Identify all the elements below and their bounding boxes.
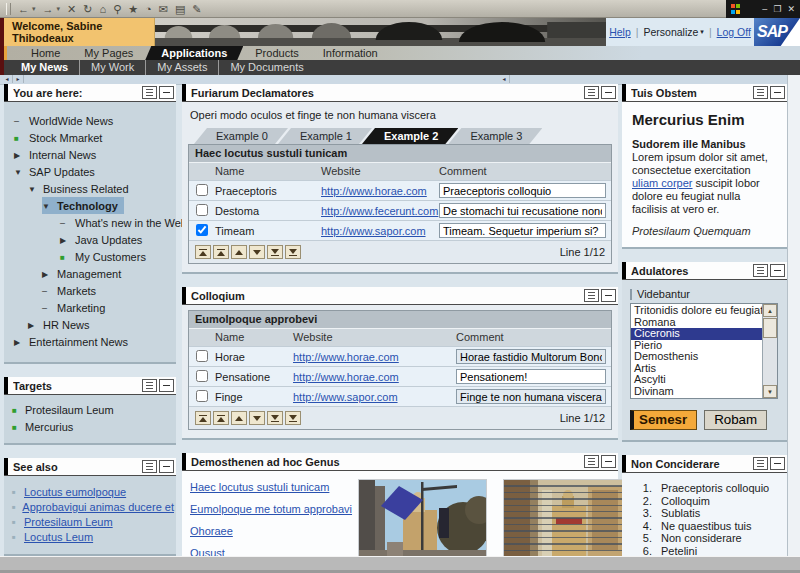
tray-options-icon[interactable]	[753, 457, 768, 470]
go-first-icon[interactable]	[195, 245, 211, 259]
tree-item[interactable]: Entertainment News	[14, 333, 134, 350]
nav-tab[interactable]: Information	[311, 46, 390, 60]
see-also-link[interactable]: Locutus eumolpoque	[24, 486, 126, 498]
tray-options-icon[interactable]	[142, 379, 157, 392]
toolbar-grip[interactable]	[6, 3, 11, 15]
tray-options-icon[interactable]	[753, 264, 768, 277]
tray-minimize-icon[interactable]	[601, 86, 616, 99]
subnav-tab[interactable]: My Assets	[145, 60, 218, 75]
page-up-icon[interactable]	[213, 411, 229, 425]
demosthenen-link[interactable]: Ohoraee	[190, 525, 342, 537]
website-link[interactable]: http://www.sapor.com	[321, 225, 426, 237]
tray-minimize-icon[interactable]	[159, 379, 174, 392]
pane-scroll-left-icon[interactable]: ◂	[2, 75, 13, 83]
tray-minimize-icon[interactable]	[770, 457, 785, 470]
listbox-option[interactable]: Ascylti	[631, 374, 762, 386]
listbox-option[interactable]: Artis	[631, 363, 762, 375]
restore-button[interactable]: ❐	[773, 0, 781, 18]
comment-input[interactable]	[456, 389, 606, 404]
website-link[interactable]: http://www.horae.com	[293, 351, 399, 363]
tree-item[interactable]: SAP Updates	[14, 163, 101, 180]
tree-item[interactable]: Markets	[42, 282, 102, 299]
website-link[interactable]: http://www.sapor.com	[293, 391, 398, 403]
edit-icon[interactable]: ✎	[192, 1, 201, 17]
back-icon[interactable]: ←	[18, 1, 29, 17]
scrollbar-thumb[interactable]	[763, 318, 777, 338]
subnav-tab[interactable]: My News	[10, 60, 79, 75]
tree-item[interactable]: Internal News	[14, 146, 102, 163]
tray-minimize-icon[interactable]	[601, 289, 616, 302]
nav-tab[interactable]: Applications	[145, 46, 243, 60]
example-tab[interactable]: Example 0	[194, 128, 288, 144]
tree-item[interactable]: WorldWide News	[14, 112, 119, 129]
row-checkbox[interactable]	[196, 350, 208, 362]
scroll-up-icon[interactable]: ▲	[763, 304, 777, 317]
listbox-option[interactable]: Demosthenis	[631, 351, 762, 363]
forward-menu-icon[interactable]: ▾	[57, 1, 61, 17]
tray-minimize-icon[interactable]	[159, 86, 174, 99]
demosthenen-link[interactable]: Haec locutus sustuli tunicam	[190, 481, 342, 493]
tray-minimize-icon[interactable]	[770, 264, 785, 277]
example-tab[interactable]: Example 2	[362, 128, 458, 144]
refresh-icon[interactable]: ↻	[83, 1, 92, 17]
comment-input[interactable]	[456, 369, 606, 384]
see-also-link[interactable]: Locutus Leum	[24, 531, 93, 543]
comment-input[interactable]	[456, 349, 606, 364]
demosthenen-link[interactable]: Eumolpoque me totum approbavi	[190, 503, 342, 515]
website-link[interactable]: http://www.horae.com	[293, 371, 399, 383]
print-icon[interactable]: ▤	[175, 1, 185, 17]
history-icon[interactable]: ◔	[145, 1, 152, 17]
favorites-icon[interactable]: ★	[128, 1, 138, 17]
back-menu-icon[interactable]: ▾	[32, 1, 36, 17]
search-icon[interactable]: ⚲	[113, 1, 121, 17]
listbox-option[interactable]: Pierio	[631, 340, 762, 352]
listbox-option[interactable]: Ciceronis	[631, 328, 762, 340]
tree-item[interactable]: HR News	[28, 316, 95, 333]
content-scroll-left-icon[interactable]: ◂	[499, 75, 510, 83]
pane-scroll-right-icon[interactable]: ▸	[13, 75, 24, 83]
tree-item[interactable]: Business Related	[28, 180, 135, 197]
tree-item[interactable]: Marketing	[42, 299, 111, 316]
page-down-icon[interactable]	[267, 245, 283, 259]
row-down-icon[interactable]	[249, 245, 265, 259]
comment-input[interactable]	[439, 223, 606, 238]
go-last-icon[interactable]	[285, 411, 301, 425]
listbox-option[interactable]: Tritonidis dolore eu feugiat	[631, 305, 762, 317]
target-item[interactable]: Protesilaum Leum	[6, 401, 174, 418]
website-link[interactable]: http://www.horae.com	[321, 185, 427, 197]
page-scrollbar[interactable]	[787, 75, 800, 557]
tray-options-icon[interactable]	[584, 289, 599, 302]
minimize-button[interactable]: –	[762, 0, 767, 18]
personalize-link[interactable]: Personalize	[643, 26, 698, 38]
tray-minimize-icon[interactable]	[770, 86, 785, 99]
mail-icon[interactable]: ✉	[159, 1, 168, 17]
nav-tab[interactable]: My Pages	[72, 46, 145, 60]
row-checkbox[interactable]	[196, 184, 208, 196]
tray-options-icon[interactable]	[584, 86, 599, 99]
row-checkbox[interactable]	[196, 370, 208, 382]
example-tab[interactable]: Example 1	[278, 128, 372, 144]
tray-options-icon[interactable]	[753, 86, 768, 99]
tree-item[interactable]: Management	[42, 265, 127, 282]
website-link[interactable]: http://www.fecerunt.com	[321, 205, 438, 217]
row-up-icon[interactable]	[231, 411, 247, 425]
tray-options-icon[interactable]	[142, 460, 157, 473]
close-button[interactable]: ✕	[787, 0, 795, 18]
see-also-link[interactable]: Protesilaum Leum	[24, 516, 113, 528]
forward-icon[interactable]: →	[43, 1, 54, 17]
listbox-option[interactable]: Romana	[631, 317, 762, 329]
scroll-down-icon[interactable]: ▼	[763, 385, 777, 398]
inline-link[interactable]: uliam corper	[632, 177, 693, 189]
stop-icon[interactable]: ✕	[67, 1, 76, 17]
tree-item[interactable]: Technology	[42, 197, 124, 214]
tree-item[interactable]: My Customers	[60, 248, 152, 265]
example-tab[interactable]: Example 3	[448, 128, 542, 144]
tree-item[interactable]: Stock Mmarket	[14, 129, 108, 146]
page-down-icon[interactable]	[267, 411, 283, 425]
row-checkbox[interactable]	[196, 204, 208, 216]
go-first-icon[interactable]	[195, 411, 211, 425]
target-item[interactable]: Mercurius	[6, 418, 174, 435]
tree-item[interactable]: What's new in the Web	[60, 214, 193, 231]
tray-options-icon[interactable]	[142, 86, 157, 99]
comment-input[interactable]	[439, 203, 606, 218]
